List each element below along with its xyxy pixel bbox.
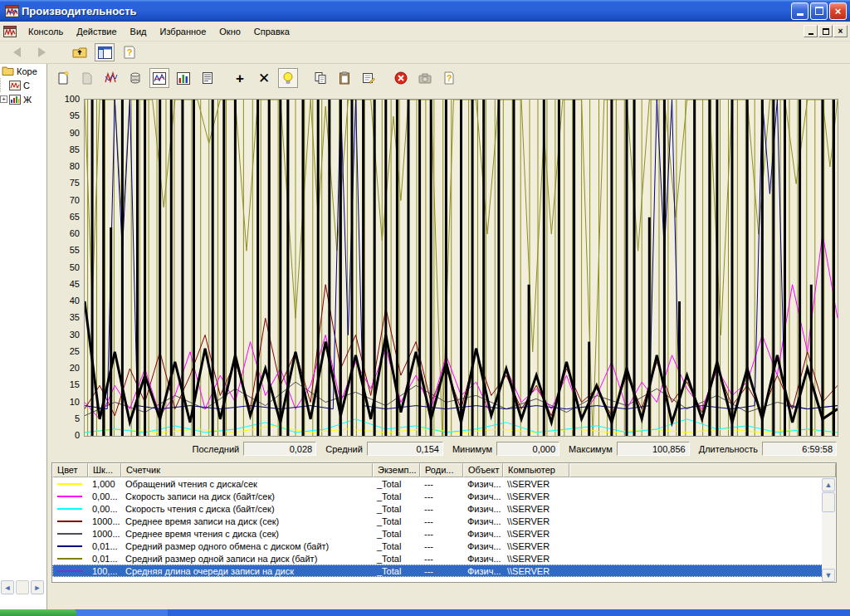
legend-cell: Среднее время записи на диск (сек): [121, 516, 373, 526]
mdi-restore-button[interactable]: [818, 25, 833, 37]
window-title: Производительность: [22, 5, 791, 17]
legend-row[interactable]: 1000...Среднее время чтения с диска (сек…: [52, 527, 823, 540]
stat-value: 0,028: [243, 442, 316, 456]
legend-cell: ---: [420, 566, 463, 576]
legend-cell: 1000...: [88, 529, 121, 539]
help-button-sysmon[interactable]: ?: [439, 68, 459, 88]
menu-favorites[interactable]: Избранное: [154, 24, 213, 39]
legend-row[interactable]: 0,00...Скорость записи на диск (байт/сек…: [52, 490, 823, 502]
menu-view[interactable]: Вид: [124, 24, 154, 39]
legend-cell: Среднее время чтения с диска (сек): [121, 529, 373, 539]
legend-cell: ---: [420, 491, 463, 501]
menu-konsol[interactable]: Консоль: [22, 24, 70, 39]
help-button[interactable]: ?: [120, 43, 139, 61]
minimize-button[interactable]: [791, 2, 808, 20]
properties-icon: [362, 71, 375, 85]
legend-vertical-scrollbar[interactable]: ▲ ▼: [822, 478, 835, 582]
legend-cell: Физич...: [463, 529, 503, 539]
scroll-thumb[interactable]: [16, 580, 29, 594]
legend-row[interactable]: 100,...Средняя длина очереди записи на д…: [52, 565, 823, 577]
expand-icon[interactable]: +: [0, 95, 7, 103]
legend-cell: _Total: [373, 566, 420, 576]
taskbar[interactable]: [0, 609, 850, 616]
tree-horizontal-scrollbar[interactable]: ◄ ►: [1, 580, 44, 594]
tree-item-system-monitor[interactable]: С: [0, 78, 46, 92]
legend-cell: ---: [420, 479, 463, 489]
y-tick-label: 90: [51, 128, 80, 138]
scroll-right-icon[interactable]: ►: [31, 580, 44, 594]
show-hide-tree-button[interactable]: [95, 43, 115, 61]
legend-cell: \\SERVER: [503, 541, 569, 551]
clear-display-button[interactable]: [77, 68, 97, 88]
legend-row[interactable]: 1,000Обращений чтения с диска/сек_Total-…: [52, 477, 823, 490]
column-header[interactable]: Компьютер: [503, 463, 569, 477]
legend-row[interactable]: 0,00...Скорость чтения с диска (байт/сек…: [52, 502, 823, 515]
y-tick-label: 30: [51, 330, 80, 340]
scroll-left-icon[interactable]: ◄: [1, 580, 14, 594]
svg-text:?: ?: [447, 73, 452, 83]
y-tick-label: 55: [51, 245, 80, 255]
add-counters-button[interactable]: +: [230, 68, 250, 88]
column-header[interactable]: Цвет: [52, 463, 88, 477]
stat-value: 6:59:58: [762, 442, 837, 456]
paste-counter-list-button[interactable]: [335, 68, 354, 88]
close-button[interactable]: ×: [829, 2, 847, 20]
back-icon: [13, 47, 21, 57]
view-graph-icon: [153, 72, 166, 85]
y-tick-label: 5: [51, 413, 80, 423]
chart-plot-area: [84, 99, 838, 437]
start-button[interactable]: [0, 609, 76, 616]
legend-cell: 100,...: [88, 566, 121, 576]
new-counter-set-button[interactable]: [53, 68, 73, 88]
properties-button[interactable]: [359, 68, 379, 88]
tree-item-console-root[interactable]: Коре: [0, 64, 46, 78]
legend-cell: \\SERVER: [503, 504, 569, 514]
counter-color-swatch: [52, 545, 88, 547]
column-header[interactable]: Объект: [463, 463, 503, 477]
update-data-button[interactable]: [415, 68, 435, 88]
freeze-display-button[interactable]: [391, 68, 411, 88]
delete-counter-button[interactable]: ✕: [254, 68, 274, 88]
menu-help[interactable]: Справка: [247, 24, 296, 39]
mdi-close-button[interactable]: ×: [833, 25, 848, 37]
view-log-data-button[interactable]: [125, 68, 145, 88]
legend-cell: 0,01...: [88, 554, 121, 564]
column-header[interactable]: Счетчик: [121, 463, 373, 477]
column-header[interactable]: Экземп...: [373, 463, 420, 477]
minimize-icon: [808, 33, 813, 35]
scroll-down-icon[interactable]: ▼: [822, 569, 835, 582]
nav-toolbar: ?: [0, 42, 850, 64]
forward-button[interactable]: [32, 43, 51, 61]
up-one-level-button[interactable]: [70, 43, 90, 61]
back-button[interactable]: [7, 43, 27, 61]
view-histogram-button[interactable]: [173, 68, 193, 88]
legend-rows: 1,000Обращений чтения с диска/сек_Total-…: [52, 477, 836, 577]
legend-row[interactable]: 0,01...Средний размер одного обмена с ди…: [52, 540, 823, 552]
taskbar-task[interactable]: [76, 609, 168, 616]
copy-properties-button[interactable]: [310, 68, 330, 88]
y-tick-label: 60: [51, 228, 80, 238]
view-current-activity-button[interactable]: [101, 68, 121, 88]
view-report-button[interactable]: [198, 68, 217, 88]
column-header[interactable]: Роди...: [420, 463, 463, 477]
y-tick-label: 95: [51, 110, 80, 120]
stat-label: Последний: [193, 444, 240, 454]
menu-window[interactable]: Окно: [212, 24, 247, 39]
view-graph-button[interactable]: [149, 68, 169, 88]
scroll-thumb[interactable]: [822, 492, 835, 512]
column-header[interactable]: Шк...: [88, 463, 121, 477]
tree-item-perf-logs[interactable]: + Ж: [0, 92, 46, 106]
restore-button[interactable]: [810, 2, 828, 20]
counter-color-swatch: [52, 496, 88, 497]
y-tick-label: 70: [51, 195, 80, 205]
legend-cell: ---: [420, 554, 463, 564]
menu-action[interactable]: Действие: [70, 24, 123, 39]
legend-row[interactable]: 1000...Среднее время записи на диск (сек…: [52, 515, 823, 527]
counter-color-swatch: [52, 521, 88, 522]
scroll-up-icon[interactable]: ▲: [822, 478, 835, 491]
y-tick-label: 20: [51, 363, 80, 373]
highlight-button[interactable]: [278, 68, 298, 88]
mdi-minimize-button[interactable]: [804, 25, 818, 37]
legend-cell: ---: [420, 516, 463, 526]
legend-row[interactable]: 0,01...Средний размер одной записи на ди…: [52, 552, 823, 565]
